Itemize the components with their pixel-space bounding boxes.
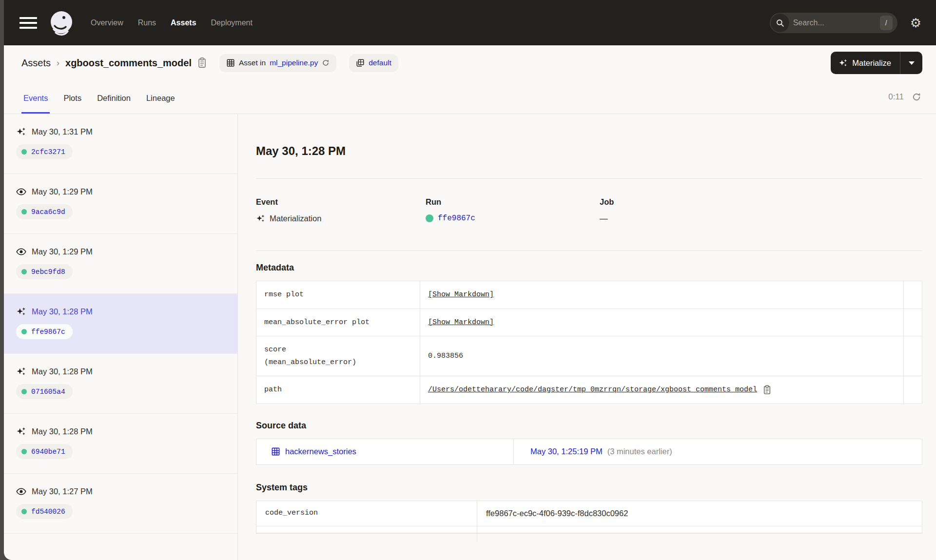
run-status-dot bbox=[21, 209, 27, 214]
event-timestamp: May 30, 1:28 PM bbox=[32, 367, 93, 376]
breadcrumb-assets-link[interactable]: Assets bbox=[21, 58, 51, 69]
layers-icon bbox=[356, 58, 365, 67]
run-id-link[interactable]: 6940be71 bbox=[31, 448, 65, 456]
table-row-partial bbox=[256, 526, 922, 533]
event-list-item-partial[interactable] bbox=[4, 534, 237, 560]
system-tags-table: code_version ffe9867c-ec9c-4f06-939c-f8d… bbox=[256, 501, 922, 534]
run-status-dot bbox=[426, 214, 433, 222]
event-list-item[interactable]: May 30, 1:29 PM 9aca6c9d bbox=[4, 174, 237, 234]
tab-definition[interactable]: Definition bbox=[95, 94, 133, 114]
gear-icon[interactable]: ⚙ bbox=[910, 17, 921, 29]
observation-icon bbox=[16, 486, 26, 497]
show-markdown-link[interactable]: [Show Markdown] bbox=[428, 318, 494, 327]
event-timestamp: May 30, 1:29 PM bbox=[32, 187, 93, 196]
table-row: path /Users/odetteharary/code/dagster/tm… bbox=[256, 376, 922, 404]
job-column-label: Job bbox=[600, 197, 922, 207]
event-list-item[interactable]: May 30, 1:29 PM 9ebc9fd8 bbox=[4, 234, 237, 294]
tab-plots[interactable]: Plots bbox=[61, 94, 83, 114]
table-row: code_version ffe9867c-ec9c-4f06-939c-f8d… bbox=[256, 501, 922, 526]
event-list-item[interactable]: May 30, 1:27 PM fd540026 bbox=[4, 474, 237, 534]
asset-group-pill[interactable]: default bbox=[349, 54, 398, 72]
event-timestamp: May 30, 1:31 PM bbox=[32, 127, 93, 136]
event-column-label: Event bbox=[256, 197, 426, 207]
event-list: May 30, 1:31 PM 2cfc3271 May 30, 1:29 PM… bbox=[4, 114, 238, 560]
run-id-link[interactable]: 2cfc3271 bbox=[31, 148, 65, 156]
nav-links: Overview Runs Assets Deployment bbox=[91, 19, 253, 27]
source-asset-link[interactable]: hackernews_stories bbox=[285, 447, 356, 456]
event-list-item[interactable]: May 30, 1:28 PM 6940be71 bbox=[4, 414, 237, 474]
search-box[interactable]: / bbox=[770, 13, 897, 33]
tag-key: code_version bbox=[256, 501, 477, 526]
search-input[interactable] bbox=[789, 19, 880, 27]
event-timestamp: May 30, 1:28 PM bbox=[32, 307, 93, 316]
run-status-dot bbox=[21, 329, 27, 334]
source-data-row: hackernews_stories May 30, 1:25:19 PM (3… bbox=[256, 439, 922, 465]
asset-tabs: Events Plots Definition Lineage 0:11 bbox=[4, 80, 936, 114]
run-id-link[interactable]: 071605a4 bbox=[31, 388, 65, 396]
hamburger-menu-icon[interactable] bbox=[20, 17, 37, 29]
event-timestamp: May 30, 1:28 PM bbox=[32, 427, 93, 436]
event-list-item[interactable]: May 30, 1:31 PM 2cfc3271 bbox=[4, 114, 237, 174]
asset-group-link[interactable]: default bbox=[369, 58, 391, 67]
search-icon bbox=[771, 14, 789, 32]
materialize-button[interactable]: Materialize bbox=[831, 52, 900, 74]
grid-icon bbox=[271, 447, 280, 456]
run-id-pill[interactable]: 6940be71 bbox=[16, 444, 73, 459]
run-status-dot bbox=[21, 269, 27, 274]
nav-link-overview[interactable]: Overview bbox=[91, 19, 123, 27]
run-id-link[interactable]: 9ebc9fd8 bbox=[31, 268, 65, 276]
materialization-icon bbox=[16, 426, 26, 437]
source-time-note: (3 minutes earlier) bbox=[607, 447, 672, 456]
search-shortcut-key: / bbox=[880, 16, 893, 30]
asset-location-file-link[interactable]: ml_pipeline.py bbox=[270, 58, 318, 67]
nav-link-runs[interactable]: Runs bbox=[138, 19, 156, 27]
refresh-countdown: 0:11 bbox=[888, 92, 904, 102]
event-list-item-selected[interactable]: May 30, 1:28 PM ffe9867c bbox=[4, 294, 237, 354]
metadata-heading: Metadata bbox=[256, 263, 922, 273]
reload-icon[interactable] bbox=[322, 59, 330, 67]
run-id-pill[interactable]: fd540026 bbox=[16, 504, 73, 519]
metadata-key: score (mean_absolute_error) bbox=[256, 336, 420, 376]
path-link[interactable]: /Users/odetteharary/code/dagster/tmp_0mz… bbox=[428, 386, 757, 394]
run-column-label: Run bbox=[426, 197, 600, 207]
run-id-link[interactable]: 9aca6c9d bbox=[31, 208, 65, 216]
source-time-link[interactable]: May 30, 1:25:19 PM bbox=[530, 447, 603, 456]
event-timestamp: May 30, 1:29 PM bbox=[32, 247, 93, 256]
event-detail-title: May 30, 1:28 PM bbox=[256, 144, 922, 158]
run-id-pill[interactable]: 9aca6c9d bbox=[16, 204, 73, 219]
run-id-link[interactable]: ffe9867c bbox=[438, 214, 475, 223]
dagster-logo[interactable] bbox=[48, 9, 75, 37]
asset-header: Assets › xgboost_comments_model Asset in… bbox=[4, 45, 936, 80]
system-tags-heading: System tags bbox=[256, 483, 922, 493]
run-id-pill[interactable]: ffe9867c bbox=[16, 324, 73, 339]
run-id-pill[interactable]: 2cfc3271 bbox=[16, 144, 73, 159]
chevron-down-icon bbox=[909, 61, 915, 65]
asset-location-pill[interactable]: Asset in ml_pipeline.py bbox=[219, 54, 336, 72]
show-markdown-link[interactable]: [Show Markdown] bbox=[428, 290, 494, 299]
nav-link-deployment[interactable]: Deployment bbox=[211, 19, 253, 27]
materialize-dropdown-button[interactable] bbox=[900, 52, 922, 74]
materialization-icon bbox=[16, 307, 26, 317]
materialization-icon bbox=[16, 367, 26, 377]
run-id-pill[interactable]: 9ebc9fd8 bbox=[16, 264, 73, 279]
nav-link-assets[interactable]: Assets bbox=[171, 19, 196, 27]
top-nav: Overview Runs Assets Deployment / ⚙ bbox=[4, 0, 936, 45]
run-id-link[interactable]: ffe9867c bbox=[31, 328, 65, 336]
tab-events[interactable]: Events bbox=[21, 94, 50, 114]
metadata-key: rmse plot bbox=[256, 281, 420, 309]
copy-path-icon[interactable] bbox=[763, 385, 771, 395]
tab-lineage[interactable]: Lineage bbox=[144, 94, 177, 114]
copy-asset-name-icon[interactable] bbox=[197, 58, 207, 68]
event-timestamp: May 30, 1:27 PM bbox=[32, 487, 93, 496]
run-id-pill[interactable]: 071605a4 bbox=[16, 384, 73, 399]
metadata-key: path bbox=[256, 376, 420, 404]
event-detail-panel: May 30, 1:28 PM Event Materialization Ru… bbox=[238, 114, 936, 560]
grid-icon bbox=[226, 58, 235, 67]
refresh-icon[interactable] bbox=[912, 92, 921, 102]
run-status-dot bbox=[21, 389, 27, 394]
event-list-item[interactable]: May 30, 1:28 PM 071605a4 bbox=[4, 354, 237, 414]
run-id-link[interactable]: fd540026 bbox=[31, 508, 65, 516]
run-status-dot bbox=[21, 509, 27, 514]
metadata-key: mean_absolute_error plot bbox=[256, 309, 420, 336]
run-status-dot bbox=[21, 449, 27, 454]
